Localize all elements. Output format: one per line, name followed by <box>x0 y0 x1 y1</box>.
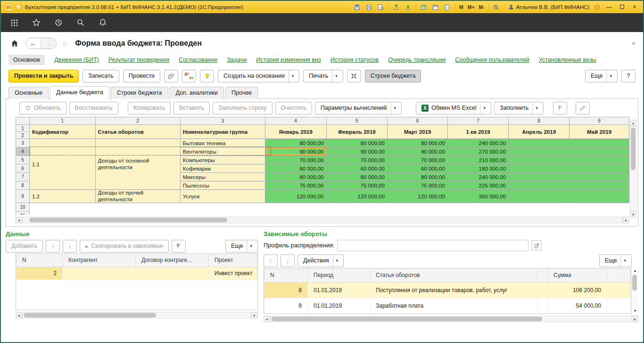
table-header-cell[interactable] <box>607 269 631 282</box>
grid-cell[interactable] <box>570 139 629 147</box>
grid-header-cell[interactable]: Май 2019 <box>570 125 629 139</box>
dependent-vertical-scrollbar[interactable]: ▴ ▾ <box>632 268 638 314</box>
grid-cell[interactable] <box>509 190 570 203</box>
grid-row-number[interactable]: 5 <box>16 156 30 164</box>
refresh-button[interactable]: Обновить <box>19 102 66 114</box>
scroll-right-arrow[interactable]: ▸ <box>632 316 638 322</box>
grid-cell[interactable]: Кофеварки <box>180 164 265 173</box>
link-rows-button[interactable] <box>553 102 567 114</box>
grid-cell[interactable]: Вентиляторы <box>180 147 265 156</box>
table-header-cell[interactable]: N <box>17 254 63 267</box>
copy-to-dependent-button[interactable]: ▸Скопировать в зависимые <box>80 240 169 253</box>
scroll-down-arrow[interactable]: ▾ <box>632 308 638 314</box>
grid-cell[interactable] <box>509 147 570 156</box>
grid-cell[interactable]: 240 000,00 <box>448 139 509 147</box>
table-cell[interactable]: 2 <box>17 267 63 279</box>
grid-cell[interactable]: 70 000,00 <box>265 156 326 164</box>
nav-link-approval[interactable]: Согласование <box>179 57 217 63</box>
grid-cell[interactable]: Услуги <box>180 190 265 203</box>
add-button[interactable]: Добавить <box>6 240 43 253</box>
table-header-cell[interactable]: Период <box>308 269 370 282</box>
table-cell[interactable] <box>607 282 631 298</box>
more-button[interactable]: Еще▾ <box>585 70 618 82</box>
info-button[interactable] <box>593 3 601 11</box>
print-button[interactable] <box>365 3 373 11</box>
grid-row-number[interactable]: 9 <box>16 190 30 203</box>
ms-excel-button[interactable]: XОбмен MS Excel▾ <box>416 102 491 114</box>
maximize-button[interactable] <box>617 4 627 10</box>
grid-cell[interactable]: 120 000,00 <box>265 190 326 203</box>
data-horizontal-scrollbar[interactable]: ◂ ▸ <box>16 312 258 318</box>
grid-cell[interactable] <box>570 173 629 181</box>
help-button[interactable]: ? <box>621 70 636 82</box>
budget-lines-button[interactable]: Строки бюджета <box>365 70 421 82</box>
edit-button[interactable] <box>576 102 590 114</box>
grid-cell[interactable]: 80 000,00 <box>265 173 326 181</box>
empty-grid-row[interactable] <box>29 203 629 212</box>
zoom-button[interactable] <box>492 3 501 11</box>
grid-cell[interactable]: 120 000,00 <box>388 190 448 203</box>
apps-menu-button[interactable] <box>9 18 19 27</box>
nav-link-status-history[interactable]: История статусов <box>330 57 379 63</box>
favorites-button[interactable] <box>32 18 41 27</box>
scrollbar-thumb[interactable] <box>632 275 637 291</box>
add-to-favorites-button[interactable]: ☆ <box>61 39 68 49</box>
table-cell[interactable]: Заработная плата <box>370 298 537 313</box>
grid-header-cell[interactable]: 1 кв 2019 <box>448 125 509 139</box>
current-user-button[interactable]: Аглычев В.В. (БИТ.ФИНАНС) <box>508 4 589 10</box>
minimize-button[interactable]: — <box>604 4 614 10</box>
table-header-cell[interactable]: Проект <box>209 254 257 267</box>
fill-button[interactable]: Заполнить▾ <box>494 102 544 114</box>
grid-cell[interactable]: 75 000,00 <box>326 181 387 190</box>
profile-distribution-input[interactable] <box>337 240 528 251</box>
nav-link-user-messages[interactable]: Сообщения пользователей <box>455 57 529 63</box>
move-up-button[interactable]: ↑ <box>264 254 278 267</box>
tab-budget-lines[interactable]: Строки бюджета <box>111 87 168 99</box>
nav-link-installed-visas[interactable]: Установленные визы <box>539 57 596 63</box>
scroll-left-arrow[interactable]: ◂ <box>264 316 270 322</box>
history-button[interactable] <box>54 18 63 27</box>
send-button[interactable] <box>392 3 401 11</box>
tab-other[interactable]: Прочее <box>225 87 258 99</box>
move-down-button[interactable]: ↓ <box>281 254 295 267</box>
grid-cell[interactable]: Бытовая техника <box>180 139 265 147</box>
fill-row-button[interactable]: Заполнить строку <box>213 102 272 114</box>
spreadsheet-button[interactable] <box>420 3 428 11</box>
grid-header-cell[interactable]: Январь 2019 <box>265 125 326 139</box>
table-cell[interactable] <box>136 267 209 279</box>
grid-cell[interactable] <box>570 181 629 190</box>
grid-cell[interactable]: 80 000,00 <box>388 139 448 147</box>
grid-header-cell[interactable]: Март 2019 <box>388 125 448 139</box>
dt-kt-button[interactable]: ДтКт <box>182 70 196 82</box>
grid-col-number[interactable]: 3 <box>180 117 265 125</box>
table-cell[interactable]: 54 000,00 <box>548 298 607 313</box>
table-row[interactable]: 9 01.01.2019 Заработная плата 54 000,00 <box>264 298 631 313</box>
grid-cell[interactable]: 80 000,00 <box>388 173 448 181</box>
print-preview-button[interactable] <box>377 3 385 11</box>
post-button[interactable]: Провести <box>123 70 160 82</box>
paste-button[interactable]: Вставить <box>173 102 210 114</box>
scroll-left-arrow[interactable]: ◂ <box>16 217 22 223</box>
grid-col-number[interactable]: 9 <box>570 117 629 125</box>
grid-col-number[interactable]: 8 <box>509 117 570 125</box>
grid-cell[interactable]: 180 000,00 <box>448 164 509 173</box>
grid-cell[interactable]: Доходы от основной деятельности <box>95 139 180 190</box>
table-cell[interactable]: 01.01.2019 <box>308 298 370 313</box>
grid-cell[interactable] <box>570 164 629 173</box>
table-header-cell[interactable]: N <box>264 269 308 282</box>
grid-cell[interactable]: 80 000,00 <box>326 139 387 147</box>
table-cell[interactable]: 9 <box>264 298 308 313</box>
scrollbar-track[interactable] <box>630 126 636 211</box>
copy-button[interactable]: Копировать <box>128 102 171 114</box>
grid-cell[interactable]: 210 000,00 <box>448 156 509 164</box>
table-cell[interactable]: 8 <box>264 282 308 298</box>
grid-cell[interactable] <box>570 156 629 164</box>
close-form-button[interactable]: × <box>632 40 636 47</box>
grid-cell[interactable]: 75 000,00 <box>265 181 326 190</box>
tab-budget-data[interactable]: Данные бюджета <box>50 86 109 99</box>
table-cell[interactable]: Поступления от реализации товаров, работ… <box>370 282 537 298</box>
calendar-button[interactable] <box>431 3 440 11</box>
table-header-cell[interactable]: Статья оборотов <box>370 269 537 282</box>
table-header-cell[interactable]: Договор контраге... <box>136 254 209 267</box>
grid-cell[interactable]: Компьютеры <box>180 156 265 164</box>
